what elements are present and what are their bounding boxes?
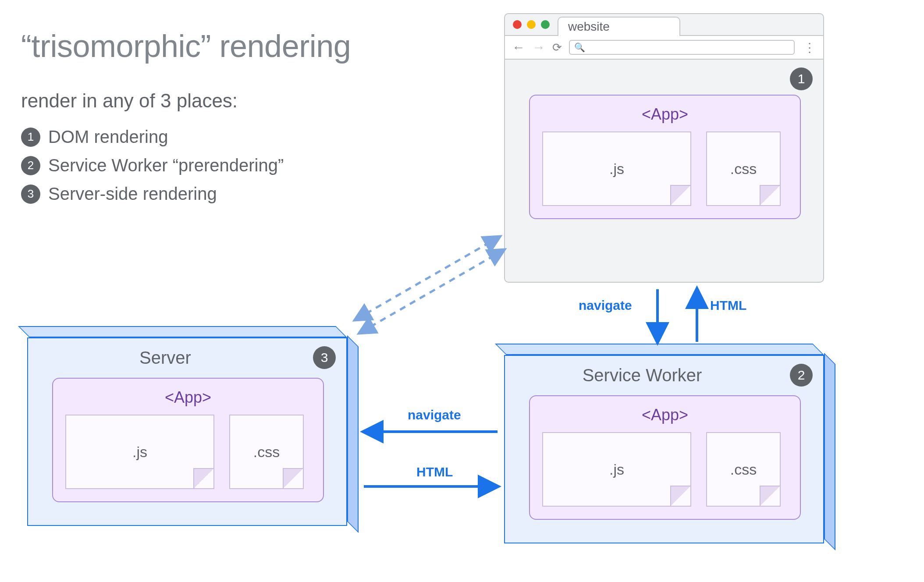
file-js-label: .js	[609, 461, 624, 478]
list-badge-3: 3	[21, 185, 40, 204]
arrow-browser-server-dashed-2	[359, 250, 504, 333]
page-fold-icon	[193, 468, 213, 488]
file-js-label: .js	[132, 444, 147, 461]
file-css: .css	[706, 432, 781, 507]
file-css: .css	[706, 131, 781, 206]
list-item: 3 Server-side rendering	[21, 184, 284, 204]
page-fold-icon	[283, 468, 303, 488]
file-js-label: .js	[609, 160, 624, 177]
list-item: 1 DOM rendering	[21, 127, 284, 147]
browser-window: website ← → ⟳ 🔍 ⋮ 1 <App> .js .cs	[504, 13, 824, 283]
list-badge-1: 1	[21, 128, 40, 147]
browser-tab: website	[558, 17, 680, 36]
server-panel: Server 3 <App> .js .css	[27, 337, 347, 526]
app-card-browser: <App> .js .css	[529, 95, 801, 219]
browser-viewport: 1 <App> .js .css	[505, 60, 823, 282]
window-controls	[513, 20, 550, 29]
render-places-list: 1 DOM rendering 2 Service Worker “preren…	[21, 127, 284, 213]
file-js: .js	[542, 131, 691, 206]
reload-icon: ⟳	[552, 41, 562, 54]
app-label: <App>	[542, 406, 788, 424]
url-bar: 🔍	[569, 40, 795, 55]
service-worker-badge: 2	[790, 364, 813, 387]
list-item: 2 Service Worker “prerendering”	[21, 156, 284, 175]
arrow-label-navigate-down: navigate	[579, 298, 632, 313]
arrow-browser-server-dashed-1	[355, 237, 500, 320]
page-fold-icon	[760, 185, 780, 205]
browser-toolbar: ← → ⟳ 🔍 ⋮	[505, 35, 823, 60]
list-badge-2: 2	[21, 156, 40, 175]
list-label: Service Worker “prerendering”	[48, 156, 284, 175]
file-css-label: .css	[253, 444, 280, 461]
diagram-title: “trisomorphic” rendering	[21, 28, 351, 64]
menu-icon: ⋮	[802, 40, 816, 55]
browser-tabbar: website	[505, 14, 823, 35]
list-label: Server-side rendering	[48, 184, 217, 204]
close-icon	[513, 20, 522, 29]
page-fold-icon	[670, 486, 690, 506]
forward-icon: →	[532, 40, 545, 55]
file-css-label: .css	[730, 461, 757, 478]
file-css: .css	[229, 415, 304, 489]
back-icon: ←	[512, 40, 525, 55]
app-label: <App>	[65, 388, 311, 407]
minimize-icon	[527, 20, 536, 29]
browser-badge: 1	[790, 67, 813, 90]
file-js: .js	[65, 415, 214, 489]
arrow-label-html-up: HTML	[710, 298, 746, 313]
file-js: .js	[542, 432, 691, 507]
file-css-label: .css	[730, 160, 757, 177]
diagram-subtitle: render in any of 3 places:	[21, 90, 238, 112]
app-label: <App>	[542, 105, 788, 124]
page-fold-icon	[760, 486, 780, 506]
search-icon: 🔍	[574, 42, 585, 53]
server-badge: 3	[313, 346, 336, 369]
service-worker-panel: Service Worker 2 <App> .js .css	[504, 355, 824, 543]
app-card-service-worker: <App> .js .css	[529, 395, 801, 520]
service-worker-title: Service Worker	[505, 366, 779, 385]
maximize-icon	[541, 20, 550, 29]
arrow-label-html-right: HTML	[416, 465, 453, 479]
list-label: DOM rendering	[48, 127, 168, 147]
arrow-label-navigate-left: navigate	[408, 408, 461, 422]
app-card-server: <App> .js .css	[52, 378, 324, 502]
server-title: Server	[28, 348, 302, 368]
page-fold-icon	[670, 185, 690, 205]
